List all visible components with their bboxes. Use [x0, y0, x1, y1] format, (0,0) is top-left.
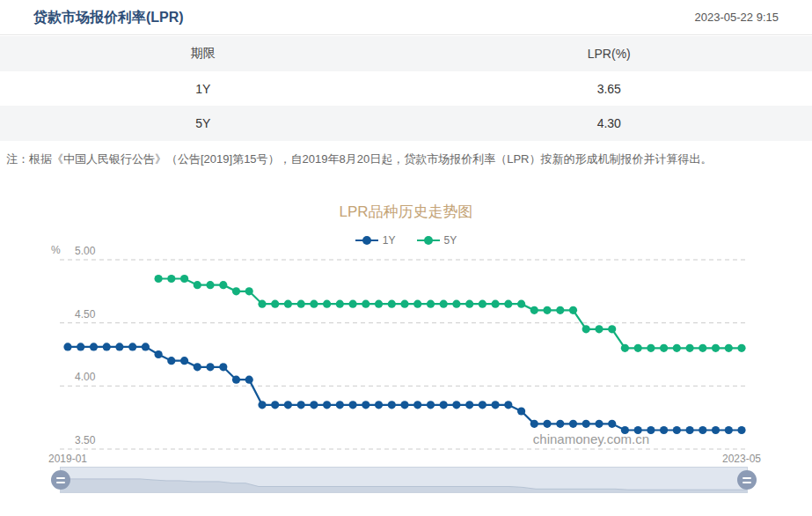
data-point-5Y: [621, 344, 629, 352]
data-point-1Y: [323, 401, 331, 409]
data-point-1Y: [142, 343, 150, 350]
page-title: 贷款市场报价利率(LPR): [33, 9, 184, 27]
x-axis-label-end: 2023-05: [722, 453, 761, 465]
rate-cell: 3.65: [406, 82, 812, 96]
data-point-5Y: [167, 275, 175, 283]
data-point-1Y: [128, 343, 136, 350]
column-header-rate: LPR(%): [406, 47, 812, 61]
data-point-5Y: [673, 344, 681, 352]
data-point-1Y: [427, 401, 435, 409]
data-point-5Y: [452, 300, 460, 308]
data-point-1Y: [362, 401, 369, 409]
data-point-1Y: [155, 350, 163, 358]
data-point-1Y: [167, 357, 175, 365]
data-point-1Y: [375, 401, 383, 409]
data-point-1Y: [219, 363, 227, 371]
data-point-1Y: [517, 407, 525, 415]
data-point-5Y: [258, 300, 266, 308]
data-point-5Y: [427, 300, 435, 308]
data-point-5Y: [206, 281, 214, 289]
data-point-1Y: [90, 343, 98, 350]
table-row-5y: 5Y 4.30: [0, 106, 812, 141]
data-point-5Y: [660, 344, 668, 352]
data-point-5Y: [595, 325, 603, 333]
data-point-5Y: [440, 300, 448, 308]
data-point-5Y: [349, 300, 357, 308]
page-header: 贷款市场报价利率(LPR) 2023-05-22 9:15: [0, 0, 812, 35]
data-point-5Y: [608, 325, 616, 333]
data-point-5Y: [492, 300, 500, 308]
data-point-1Y: [543, 420, 551, 428]
data-point-1Y: [103, 343, 111, 350]
data-point-5Y: [297, 300, 305, 308]
data-point-1Y: [492, 401, 500, 409]
data-point-1Y: [465, 401, 473, 409]
data-point-5Y: [699, 344, 706, 352]
data-point-5Y: [336, 300, 344, 308]
data-zoom-left-handle[interactable]: [51, 470, 70, 490]
data-point-1Y: [245, 376, 253, 384]
data-point-1Y: [180, 357, 188, 365]
data-point-5Y: [413, 300, 421, 308]
data-point-1Y: [77, 343, 84, 350]
lpr-history-chart[interactable]: 5.004.504.003.50%chinamoney.com.cn2019-0…: [0, 236, 812, 467]
data-point-5Y: [219, 281, 227, 289]
data-point-5Y: [323, 300, 331, 308]
data-point-5Y: [375, 300, 383, 308]
data-point-1Y: [660, 426, 668, 434]
data-point-5Y: [388, 300, 396, 308]
data-point-1Y: [634, 426, 642, 434]
data-zoom-right-handle[interactable]: [737, 470, 757, 490]
data-point-5Y: [517, 300, 525, 308]
data-point-5Y: [362, 300, 369, 308]
watermark: chinamoney.com.cn: [533, 431, 649, 446]
data-point-1Y: [712, 426, 720, 434]
data-point-1Y: [582, 420, 590, 428]
data-point-5Y: [479, 300, 486, 308]
data-point-1Y: [479, 401, 486, 409]
data-point-5Y: [725, 344, 733, 352]
data-point-1Y: [310, 401, 318, 409]
data-point-5Y: [232, 287, 240, 295]
data-point-5Y: [686, 344, 694, 352]
data-point-5Y: [284, 300, 292, 308]
data-point-1Y: [556, 420, 564, 428]
y-tick-label: 4.00: [75, 371, 96, 383]
data-point-1Y: [673, 426, 681, 434]
data-point-1Y: [686, 426, 694, 434]
data-point-1Y: [271, 401, 279, 409]
y-tick-label: 3.50: [75, 434, 96, 446]
data-point-5Y: [530, 306, 538, 314]
data-point-1Y: [232, 376, 240, 384]
lpr-page: 贷款市场报价利率(LPR) 2023-05-22 9:15 期限 LPR(%) …: [0, 0, 812, 516]
table-header-row: 期限 LPR(%): [0, 36, 812, 71]
data-point-1Y: [569, 420, 577, 428]
data-point-1Y: [388, 401, 396, 409]
footnote: 注：根据《中国人民银行公告》（公告[2019]第15号），自2019年8月20日…: [6, 151, 807, 167]
data-point-1Y: [699, 426, 706, 434]
data-zoom-slider[interactable]: [60, 467, 748, 493]
data-point-5Y: [504, 300, 512, 308]
term-cell: 1Y: [0, 82, 406, 96]
data-zoom-shadow: [61, 468, 747, 492]
column-header-term: 期限: [0, 46, 406, 62]
data-point-1Y: [621, 426, 629, 434]
data-point-5Y: [737, 344, 745, 352]
data-point-1Y: [452, 401, 460, 409]
data-point-5Y: [712, 344, 720, 352]
y-tick-label: 5.00: [75, 245, 96, 257]
data-point-1Y: [737, 426, 745, 434]
data-point-1Y: [349, 401, 357, 409]
data-point-1Y: [440, 401, 448, 409]
term-cell: 5Y: [0, 116, 406, 130]
data-point-1Y: [284, 401, 292, 409]
data-point-1Y: [647, 426, 655, 434]
table-row-1y: 1Y 3.65: [0, 71, 812, 107]
data-point-1Y: [206, 363, 214, 371]
data-point-1Y: [400, 401, 408, 409]
data-point-5Y: [271, 300, 279, 308]
data-point-5Y: [569, 306, 577, 314]
data-point-1Y: [530, 420, 538, 428]
data-point-1Y: [194, 363, 201, 371]
data-point-1Y: [608, 420, 616, 428]
